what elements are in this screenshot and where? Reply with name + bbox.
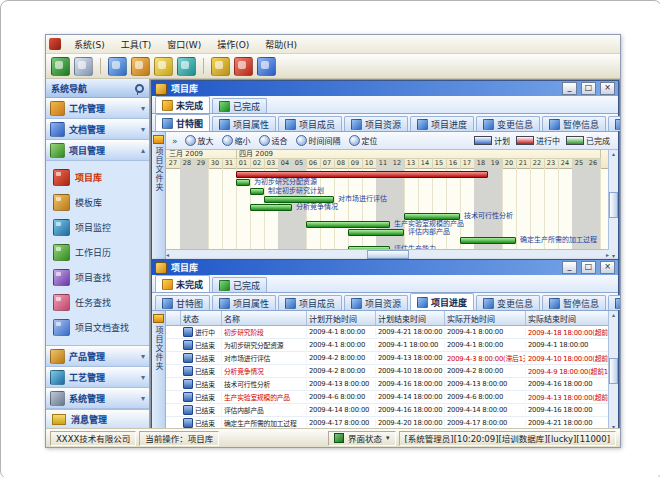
maximize-button[interactable]: □ <box>581 261 596 274</box>
cascade-windows-icon[interactable] <box>108 57 127 76</box>
tab-gantt[interactable]: 甘特图 <box>155 114 210 131</box>
tab-progress[interactable]: 项目进度 <box>410 293 474 310</box>
sidebar-group-product[interactable]: 产品管理▾ <box>46 346 149 367</box>
tab-budget[interactable]: 项目预算 <box>608 295 620 310</box>
sidebar-item-project-doc-search[interactable]: 项目文档查找 <box>46 316 149 338</box>
tab-change-info[interactable]: 变更信息 <box>476 295 540 310</box>
help-icon[interactable] <box>257 57 276 76</box>
tab-finished[interactable]: 已完成 <box>212 277 267 292</box>
column-header[interactable]: 实际结束时间 <box>526 311 609 325</box>
home-icon[interactable] <box>51 57 70 76</box>
gantt-bar-done[interactable] <box>306 221 390 228</box>
gantt-horizontal-scrollbar[interactable]: ◂ ▸ <box>166 249 609 259</box>
tab-change-info[interactable]: 变更信息 <box>476 116 540 131</box>
tab-members[interactable]: 项目成员 <box>278 116 342 131</box>
gantt-bar-done[interactable] <box>250 188 264 195</box>
table-row[interactable]: 已结束技术可行性分析2009-4-13 8:00:002009-4-16 18:… <box>166 378 609 391</box>
message-icon[interactable] <box>154 57 173 76</box>
menu-tools[interactable]: 工具(T) <box>113 37 160 52</box>
gantt-bar-done[interactable] <box>250 204 292 211</box>
scroll-left-icon[interactable]: ◂ <box>166 251 169 258</box>
gantt-vertical-scrollbar[interactable]: ▴ ▾ <box>608 150 618 259</box>
gantt-bar-done[interactable] <box>348 229 404 236</box>
tab-resources[interactable]: 项目资源 <box>344 116 408 131</box>
sidebar-group-sysmgmt[interactable]: 系统管理▾ <box>46 388 149 409</box>
scroll-up-icon[interactable]: ▴ <box>612 311 615 318</box>
column-header[interactable]: 实际开始时间 <box>445 311 526 325</box>
column-header[interactable]: 状态 <box>181 311 222 325</box>
menu-help[interactable]: 帮助(H) <box>257 37 305 52</box>
menu-window[interactable]: 窗口(W) <box>159 37 209 52</box>
exit-icon[interactable] <box>234 57 253 76</box>
scroll-down-icon[interactable]: ▾ <box>612 423 615 428</box>
sidebar-item-work-calendar[interactable]: 工作日历 <box>46 241 149 263</box>
project-folders-tab[interactable]: 项目文件夹 <box>152 132 166 259</box>
tab-properties[interactable]: 项目属性 <box>212 116 276 131</box>
interval-button[interactable]: 时间间隔 <box>293 134 344 147</box>
tab-unfinished[interactable]: 未完成 <box>155 96 210 113</box>
scroll-right-icon[interactable]: ▸ <box>606 251 609 258</box>
tab-pause-info[interactable]: 暂停信息 <box>542 295 606 310</box>
table-row[interactable]: 进行中初步研究阶段2009-4-1 8:00:002009-4-21 18:00… <box>166 326 609 339</box>
tab-properties[interactable]: 项目属性 <box>212 295 276 310</box>
window-title-bar[interactable]: 项目库 _ □ × <box>152 81 618 96</box>
minimize-button[interactable]: _ <box>562 261 577 274</box>
menu-operate[interactable]: 操作(O) <box>209 37 257 52</box>
print-icon[interactable] <box>74 57 93 76</box>
tab-progress[interactable]: 项目进度 <box>410 116 474 131</box>
sidebar-item-project-monitor[interactable]: 项目监控 <box>46 216 149 238</box>
table-row[interactable]: 已结束分析竞争情况2009-4-2 8:00:002009-4-10 18:00… <box>166 365 609 378</box>
sidebar-item-project-library[interactable]: 项目库 <box>46 166 149 188</box>
tab-budget[interactable]: 项目预算 <box>608 116 620 131</box>
tab-unfinished[interactable]: 未完成 <box>155 275 210 292</box>
overflow-chevron-icon[interactable]: » <box>170 136 180 146</box>
scrollbar-thumb[interactable] <box>609 192 618 218</box>
scrollbar-thumb[interactable] <box>367 250 409 259</box>
sidebar-item-project-search[interactable]: 项目查找 <box>46 266 149 288</box>
table-row[interactable]: 已结束对市场进行评估2009-4-2 8:00:002009-4-13 18:0… <box>166 352 609 365</box>
gantt-bar-done[interactable] <box>404 213 460 220</box>
tab-pause-info[interactable]: 暂停信息 <box>542 116 606 131</box>
window-title-bar[interactable]: 项目库 _ □ × <box>152 260 618 275</box>
close-button[interactable]: × <box>600 261 615 274</box>
table-row[interactable]: 已结束确定生产所需的加工过程2009-4-17 8:00:002009-4-20… <box>166 417 609 428</box>
sidebar-item-template-library[interactable]: 模板库 <box>46 191 149 213</box>
tab-resources[interactable]: 项目资源 <box>344 295 408 310</box>
sidebar-group-process[interactable]: 工艺管理▾ <box>46 367 149 388</box>
gantt-bar-progress[interactable] <box>236 171 488 178</box>
sidebar-tab-message-mgmt[interactable]: 消息管理 <box>46 409 149 428</box>
minimize-button[interactable]: _ <box>562 82 577 95</box>
project-folders-tab[interactable]: 项目文件夹 <box>152 311 166 428</box>
scroll-down-icon[interactable]: ▾ <box>612 252 615 259</box>
scrollbar-thumb[interactable] <box>609 358 618 384</box>
locate-button[interactable]: 定位 <box>346 134 381 147</box>
column-header[interactable]: 计划开始时间 <box>307 311 376 325</box>
maximize-button[interactable]: □ <box>581 82 596 95</box>
zoom-in-button[interactable]: 放大 <box>182 134 217 147</box>
close-button[interactable]: × <box>600 82 615 95</box>
sidebar-group-doc[interactable]: 文档管理▾ <box>46 119 149 140</box>
table-vertical-scrollbar[interactable]: ▴ ▾ <box>608 311 618 428</box>
fit-button[interactable]: 适合 <box>256 134 291 147</box>
sidebar-group-work[interactable]: 工作管理▾ <box>46 98 149 119</box>
pin-icon[interactable] <box>135 84 144 93</box>
gantt-bar-done[interactable] <box>236 179 250 186</box>
tab-finished[interactable]: 已完成 <box>212 98 267 113</box>
gantt-bar-done[interactable] <box>264 196 334 203</box>
tab-gantt[interactable]: 甘特图 <box>155 295 210 310</box>
status-ui-state[interactable]: 界面状态 ▾ <box>328 431 396 446</box>
table-row[interactable]: 已结束为初步研究分配资源2009-4-1 8:00:002009-4-1 18:… <box>166 339 609 352</box>
tab-members[interactable]: 项目成员 <box>278 295 342 310</box>
table-row[interactable]: 已结束生产实验室规模的产品2009-4-6 8:00:002009-4-14 1… <box>166 391 609 404</box>
column-header[interactable]: 名称 <box>222 311 307 325</box>
column-header[interactable] <box>166 311 181 325</box>
monitor-icon[interactable] <box>177 57 196 76</box>
zoom-out-button[interactable]: 缩小 <box>219 134 254 147</box>
table-row[interactable]: 已结束评估内部产品2009-4-14 8:00:002009-4-16 18:0… <box>166 404 609 417</box>
column-header[interactable]: 计划结束时间 <box>376 311 445 325</box>
sidebar-item-task-search[interactable]: 任务查找 <box>46 291 149 313</box>
gantt-bar-done[interactable] <box>460 237 516 244</box>
modules-icon[interactable] <box>131 57 150 76</box>
sidebar-group-project[interactable]: 项目管理▴ <box>46 140 149 161</box>
scroll-up-icon[interactable]: ▴ <box>612 150 615 157</box>
